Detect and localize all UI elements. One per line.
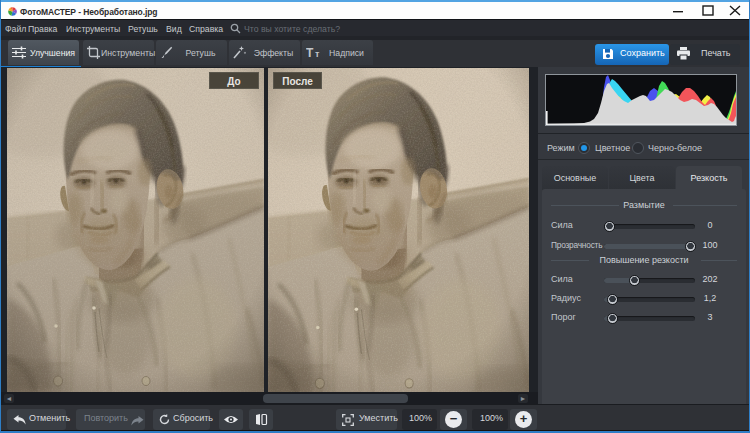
svg-text:T: T [306,46,314,59]
